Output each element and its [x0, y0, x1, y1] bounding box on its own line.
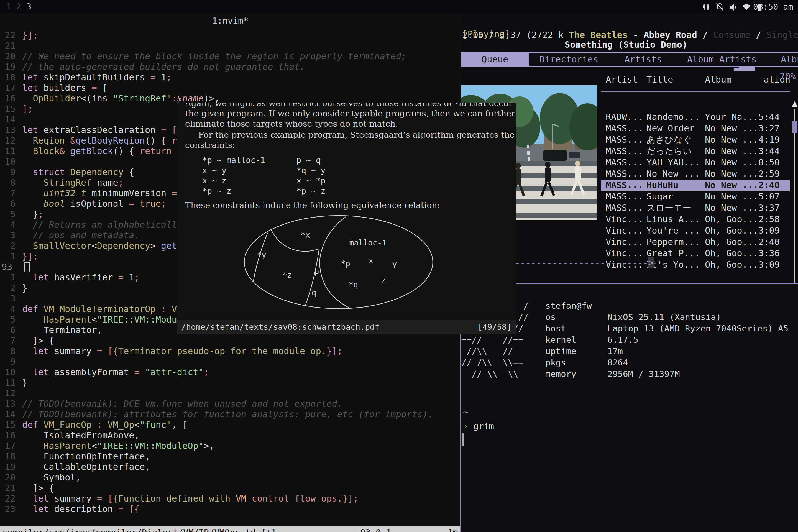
line-text: let summary = [{Terminator pseudo-op for… — [22, 346, 342, 356]
tab-albums[interactable]: Albums — [781, 54, 798, 64]
diagram-label-deref-x: *x — [301, 230, 310, 240]
line-number: 13 — [0, 398, 16, 409]
line-number: 2 — [0, 241, 16, 251]
elapsed-time: 2:05 / 3:37 (2722 k — [462, 30, 569, 40]
workspace-2[interactable]: 2 — [16, 2, 21, 11]
line-number: 9 — [0, 167, 16, 177]
line-text: ]> { — [22, 483, 54, 493]
column-header-artist[interactable]: Artist — [606, 74, 638, 85]
column-header-ation[interactable]: ation — [764, 74, 790, 85]
earbuds-icon — [701, 2, 711, 12]
line-text: let description = [{ — [22, 504, 140, 513]
playlist-row[interactable]: Vinc...Pepperm...Oh, Goo...2:40 — [601, 236, 790, 248]
line-number: 19 — [0, 61, 16, 72]
code-line[interactable]: 16 IsolatedFromAbove, — [0, 430, 460, 440]
line-text: IsolatedFromAbove, — [22, 430, 140, 440]
playlist-row[interactable]: MASS...スローモーNo New ...3:37 — [601, 202, 790, 214]
playlist-row[interactable]: Vinc...Linus A...Oh, Goo...2:58 — [601, 214, 790, 225]
line-number: 7 — [0, 335, 16, 346]
pdf-page-indicator: [49/58] — [478, 320, 512, 334]
playlist-row[interactable]: MASS...だったらいNo New ...3:44 — [601, 146, 790, 157]
line-number: 8 — [0, 346, 16, 356]
shell-prompt[interactable]: › grim — [463, 421, 494, 431]
line-text: // the auto-generated builders do not gu… — [22, 61, 305, 72]
tab-album-artists[interactable]: Album Artists — [687, 54, 757, 64]
tab-directories[interactable]: Directories — [539, 54, 598, 64]
line-number: 14 — [0, 409, 16, 419]
code-line[interactable]: 13// TODO(benvanik): DCE vm.func when un… — [0, 398, 460, 409]
statusline-filename: compiler/src/iree/compiler/Dialect/VM/IR… — [2, 527, 276, 532]
line-number: 19 — [0, 462, 16, 472]
playlist-row[interactable]: MASS...あさひなぐNo New ...4:19 — [601, 134, 790, 146]
code-line[interactable]: 18 FunctionOpInterface, — [0, 451, 460, 462]
line-number: 18 — [0, 72, 16, 82]
top-status-bar: 1 2 3 08:50 am — [0, 0, 798, 14]
code-line[interactable]: 19 CallableOpInterface, — [0, 462, 460, 472]
playlist-row-selected[interactable]: MASS...HuHuHuNo New ...2:40 — [601, 179, 790, 191]
line-text: Symbol, — [22, 472, 81, 483]
playlist-row[interactable]: MASS...YAH YAH...No New ...0:50 — [601, 157, 790, 168]
code-line[interactable]: 7 ]> { — [0, 335, 460, 346]
code-line[interactable]: 12 — [0, 388, 460, 398]
code-line[interactable]: 18let skipDefaultBuilders = 1; — [0, 72, 460, 82]
workspace-3-active[interactable]: 3 — [26, 2, 31, 11]
code-line[interactable]: 22 let summary = [{Function defined with… — [0, 493, 460, 504]
code-line[interactable]: 23 let description = [{ — [0, 504, 460, 513]
scrollbar-thumb[interactable] — [792, 121, 797, 133]
line-number: 16 — [0, 93, 16, 103]
code-line[interactable]: 20// We need to ensure the block inside … — [0, 51, 460, 61]
code-line[interactable]: 19// the auto-generated builders do not … — [0, 61, 460, 72]
line-text: }]; — [22, 251, 38, 262]
playlist-row[interactable]: MASS...SugarNo New ...5:07 — [601, 191, 790, 202]
wifi-icon — [741, 2, 752, 12]
line-text: // TODO(benvanik): attributes for functi… — [22, 409, 433, 419]
notifications-off-icon — [715, 2, 725, 12]
line-number: 20 — [0, 472, 16, 483]
line-number: 2 — [0, 283, 16, 293]
code-line[interactable]: 10 let assemblyFormat = "attr-dict"; — [0, 367, 460, 377]
single-mode: Single — [766, 30, 798, 40]
diagram-label-q: q — [312, 288, 317, 297]
tmux-window-title[interactable]: 1:nvim* — [0, 16, 460, 25]
column-header-album[interactable]: Album — [705, 74, 732, 85]
line-number: 12 — [0, 135, 16, 146]
sysinfo-kernel: kernel6.17.5 — [545, 334, 788, 345]
code-line[interactable]: 17let builders = [ — [0, 82, 460, 93]
code-line[interactable]: 9 — [0, 356, 460, 367]
code-line[interactable]: 17 HasParent<"IREE::VM::ModuleOp">, — [0, 440, 460, 451]
tab-queue[interactable]: Queue — [481, 54, 508, 64]
line-text: ]; — [22, 103, 33, 114]
statusline-scroll-percent: 1% — [448, 527, 458, 532]
line-text: // We need to ensure the block inside th… — [22, 51, 406, 61]
playlist-row[interactable]: MASS...No New ...No New ...2:59 — [601, 168, 790, 179]
workspace-1[interactable]: 1 — [6, 2, 11, 11]
line-text: let assemblyFormat = "attr-dict"; — [22, 367, 209, 377]
code-line[interactable]: 22}]; — [0, 30, 460, 40]
scroll-up-icon[interactable]: ▲ — [791, 99, 798, 108]
line-text: struct Dependency { — [22, 167, 134, 177]
column-header-title[interactable]: Title — [646, 74, 673, 85]
code-line[interactable]: 16 OpBuilder<(ins "StringRef":$name)>, — [0, 93, 460, 103]
pdf-viewer-window[interactable]: Again, we might as well restrict ourselv… — [177, 102, 516, 334]
sysinfo-uptime: uptime17m — [545, 345, 788, 357]
line-text: // ops and metadata. — [22, 230, 140, 241]
code-line[interactable]: 8 let summary = [{Terminator pseudo-op f… — [0, 346, 460, 356]
line-text: HasParent<"IREE::VM::ModuleOp">, — [22, 440, 214, 451]
playlist-row[interactable]: Vinc...You're ...Oh, Goo...3:09 — [601, 225, 790, 236]
player-tab-bar[interactable]: QueueDirectoriesArtistsAlbum ArtistsAlbu… — [461, 52, 798, 67]
line-text: Terminator, — [22, 325, 102, 335]
playlist-row[interactable]: MASS...New OrderNo New ...3:27 — [601, 123, 790, 134]
code-line[interactable]: 14// TODO(benvanik): attributes for func… — [0, 409, 460, 419]
code-line[interactable]: 11} — [0, 377, 460, 388]
shell-previous-dir: ~ — [463, 407, 468, 417]
code-line[interactable]: 20 Symbol, — [0, 472, 460, 483]
code-line[interactable]: 21 ]> { — [0, 483, 460, 493]
tab-artists[interactable]: Artists — [625, 54, 662, 64]
diagram-label-deref-y: *y — [257, 250, 266, 260]
fastfetch-info: stefan@fwosNixOS 25.11 (Xantusia)hostLap… — [545, 300, 788, 380]
code-line[interactable]: 15def VM_FuncOp : VM_Op<"func", [ — [0, 419, 460, 430]
code-line[interactable]: 21 — [0, 40, 460, 51]
line-number: 1 — [0, 251, 16, 262]
sysinfo-memory: memory2956M / 31397M — [545, 368, 788, 380]
playlist-row[interactable]: RADW...Nandemo...Your Na...5:44 — [601, 111, 790, 123]
